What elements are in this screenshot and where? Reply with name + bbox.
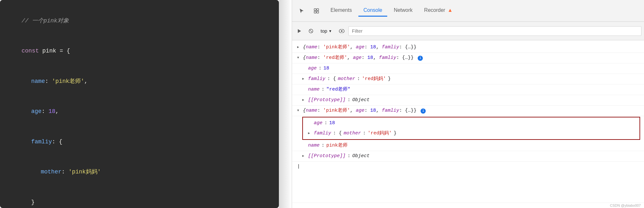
cursor-icon bbox=[299, 8, 305, 14]
devtools-tabs-bar: Elements Console Network Recorder ▲ bbox=[292, 0, 644, 22]
expand-icon-3[interactable] bbox=[297, 108, 301, 113]
code-line-famliy-open: famliy: { bbox=[8, 127, 271, 157]
console-entry-3-group: {name: 'pink老师', age: 18, famliy: {…}} i… bbox=[292, 106, 644, 162]
watermark: CSDN @ybiabo007 bbox=[292, 203, 644, 208]
console-entry-3-prototype[interactable]: [[Prototype]]: Object bbox=[292, 151, 644, 162]
console-entry-2-name: name: "red老师" bbox=[292, 84, 644, 95]
eye-icon-btn[interactable] bbox=[337, 26, 347, 36]
expand-icon-2[interactable] bbox=[297, 55, 301, 60]
svg-rect-2 bbox=[314, 11, 316, 13]
expand-icon-2-proto[interactable] bbox=[302, 98, 306, 103]
console-entry-3-text: {name: 'pink老师', age: 18, famliy: {…}} i bbox=[303, 107, 426, 115]
console-toolbar: top ▼ bbox=[292, 22, 644, 40]
devtools-panel: Elements Console Network Recorder ▲ top … bbox=[292, 0, 644, 208]
cursor-icon-btn[interactable] bbox=[296, 5, 307, 17]
inspect-icon-btn[interactable] bbox=[311, 5, 322, 17]
console-cursor-line[interactable]: | bbox=[292, 162, 644, 172]
expand-icon-3-proto[interactable] bbox=[302, 154, 306, 159]
filter-input[interactable] bbox=[348, 26, 641, 36]
svg-point-8 bbox=[341, 30, 342, 32]
tab-network[interactable]: Network bbox=[389, 5, 418, 17]
console-entry-2-age: age: 18 bbox=[292, 63, 644, 74]
console-entry-2-prototype[interactable]: [[Prototype]]: Object bbox=[292, 95, 644, 106]
context-label: top bbox=[321, 28, 327, 34]
console-entry-2-famliy[interactable]: famliy: {mother: 'red妈妈'} bbox=[292, 74, 644, 84]
svg-rect-1 bbox=[317, 9, 319, 11]
tab-elements[interactable]: Elements bbox=[325, 5, 357, 17]
svg-line-6 bbox=[310, 30, 312, 32]
console-output: {name: 'pink老师', age: 18, famliy: {…}} {… bbox=[292, 40, 644, 203]
recorder-warning-icon: ▲ bbox=[447, 7, 453, 13]
clear-icon bbox=[308, 28, 314, 34]
code-line-comment1: // 一个pink对象 bbox=[8, 6, 271, 36]
console-entry-2-group: {name: 'red老师', age: 18, famliy: {…}} i … bbox=[292, 53, 644, 106]
code-line-mother-pink: mother: 'pink妈妈' bbox=[8, 157, 271, 188]
expand-icon-3-famliy[interactable] bbox=[308, 131, 312, 136]
info-badge-3: i bbox=[421, 108, 426, 114]
svg-rect-0 bbox=[314, 9, 316, 11]
console-entry-1[interactable]: {name: 'pink老师', age: 18, famliy: {…}} bbox=[292, 42, 644, 53]
clear-console-btn[interactable] bbox=[306, 26, 316, 36]
tab-recorder[interactable]: Recorder ▲ bbox=[419, 5, 458, 17]
console-entry-3-header[interactable]: {name: 'pink老师', age: 18, famliy: {…}} i bbox=[292, 106, 644, 116]
highlighted-console-children: age: 18 famliy: {mother: 'red妈妈'} bbox=[302, 117, 640, 140]
expand-icon-1[interactable] bbox=[297, 45, 301, 50]
tab-console[interactable]: Console bbox=[358, 5, 388, 17]
code-line-famliy-close: } bbox=[8, 187, 271, 208]
console-entry-1-text: {name: 'pink老师', age: 18, famliy: {…}} bbox=[303, 44, 416, 51]
code-line-age-pink: age: 18, bbox=[8, 97, 271, 127]
context-selector[interactable]: top ▼ bbox=[318, 27, 335, 35]
code-line-const-pink: const pink = { bbox=[8, 36, 271, 67]
console-entry-3-age: age: 18 bbox=[303, 118, 640, 128]
panel-divider bbox=[279, 0, 292, 208]
console-entry-2-header[interactable]: {name: 'red老师', age: 18, famliy: {…}} i bbox=[292, 53, 644, 63]
console-entry-3-famliy[interactable]: famliy: {mother: 'red妈妈'} bbox=[303, 128, 640, 139]
play-icon bbox=[297, 28, 302, 34]
info-badge-2: i bbox=[418, 56, 423, 61]
eye-icon bbox=[339, 29, 345, 33]
code-line-name-pink: name: 'pink老师', bbox=[8, 66, 271, 97]
run-script-btn[interactable] bbox=[295, 26, 304, 36]
context-dropdown-icon: ▼ bbox=[329, 29, 332, 33]
code-editor: // 一个pink对象 const pink = { name: 'pink老师… bbox=[0, 0, 279, 208]
svg-marker-4 bbox=[298, 29, 301, 33]
inspect-icon bbox=[314, 8, 319, 14]
expand-icon-2-famliy[interactable] bbox=[302, 76, 306, 82]
svg-rect-3 bbox=[317, 11, 319, 13]
console-entry-2-text: {name: 'red老师', age: 18, famliy: {…}} i bbox=[303, 54, 423, 62]
console-entry-3-name: name: pink老师 bbox=[292, 140, 644, 151]
